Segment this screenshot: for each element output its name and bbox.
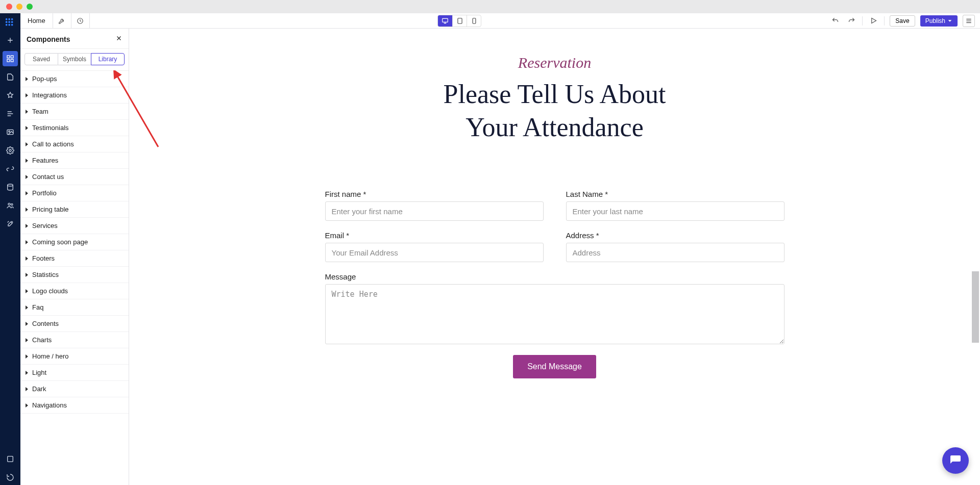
mac-zoom-dot[interactable] (27, 4, 33, 10)
mac-minimize-dot[interactable] (16, 4, 22, 10)
mac-close-dot[interactable] (6, 4, 12, 10)
mac-titlebar (0, 0, 980, 13)
